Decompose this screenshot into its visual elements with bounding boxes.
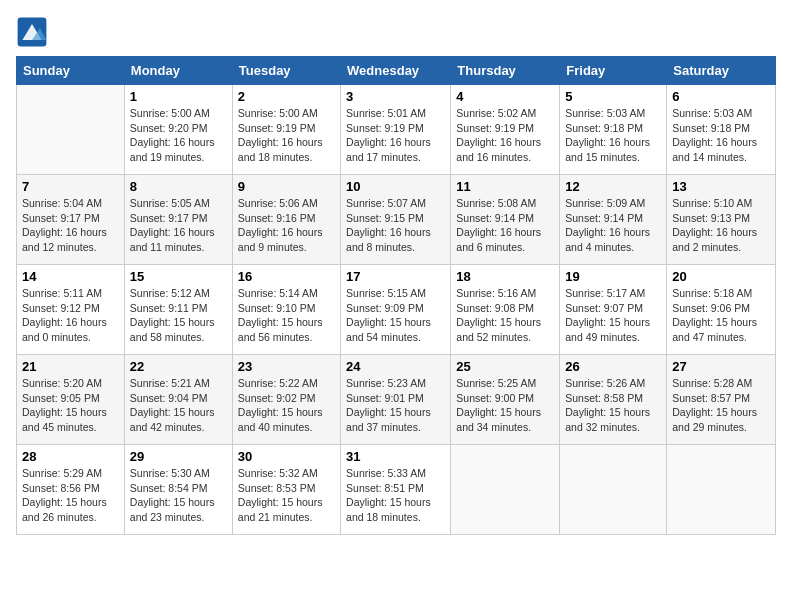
day-cell: 26Sunrise: 5:26 AM Sunset: 8:58 PM Dayli…	[560, 355, 667, 445]
day-info: Sunrise: 5:33 AM Sunset: 8:51 PM Dayligh…	[346, 466, 445, 525]
day-info: Sunrise: 5:25 AM Sunset: 9:00 PM Dayligh…	[456, 376, 554, 435]
day-info: Sunrise: 5:32 AM Sunset: 8:53 PM Dayligh…	[238, 466, 335, 525]
day-number: 30	[238, 449, 335, 464]
day-number: 3	[346, 89, 445, 104]
day-cell	[667, 445, 776, 535]
week-row-3: 14Sunrise: 5:11 AM Sunset: 9:12 PM Dayli…	[17, 265, 776, 355]
day-cell: 13Sunrise: 5:10 AM Sunset: 9:13 PM Dayli…	[667, 175, 776, 265]
day-info: Sunrise: 5:15 AM Sunset: 9:09 PM Dayligh…	[346, 286, 445, 345]
day-cell: 20Sunrise: 5:18 AM Sunset: 9:06 PM Dayli…	[667, 265, 776, 355]
col-header-monday: Monday	[124, 57, 232, 85]
day-info: Sunrise: 5:16 AM Sunset: 9:08 PM Dayligh…	[456, 286, 554, 345]
day-cell: 27Sunrise: 5:28 AM Sunset: 8:57 PM Dayli…	[667, 355, 776, 445]
day-number: 4	[456, 89, 554, 104]
day-cell: 1Sunrise: 5:00 AM Sunset: 9:20 PM Daylig…	[124, 85, 232, 175]
day-info: Sunrise: 5:03 AM Sunset: 9:18 PM Dayligh…	[672, 106, 770, 165]
day-number: 11	[456, 179, 554, 194]
day-number: 23	[238, 359, 335, 374]
day-number: 26	[565, 359, 661, 374]
day-cell: 3Sunrise: 5:01 AM Sunset: 9:19 PM Daylig…	[341, 85, 451, 175]
day-info: Sunrise: 5:09 AM Sunset: 9:14 PM Dayligh…	[565, 196, 661, 255]
day-number: 10	[346, 179, 445, 194]
day-cell: 24Sunrise: 5:23 AM Sunset: 9:01 PM Dayli…	[341, 355, 451, 445]
day-cell: 12Sunrise: 5:09 AM Sunset: 9:14 PM Dayli…	[560, 175, 667, 265]
week-row-2: 7Sunrise: 5:04 AM Sunset: 9:17 PM Daylig…	[17, 175, 776, 265]
col-header-friday: Friday	[560, 57, 667, 85]
day-info: Sunrise: 5:00 AM Sunset: 9:19 PM Dayligh…	[238, 106, 335, 165]
day-info: Sunrise: 5:22 AM Sunset: 9:02 PM Dayligh…	[238, 376, 335, 435]
day-cell: 7Sunrise: 5:04 AM Sunset: 9:17 PM Daylig…	[17, 175, 125, 265]
day-number: 28	[22, 449, 119, 464]
day-number: 2	[238, 89, 335, 104]
day-cell	[560, 445, 667, 535]
day-cell: 30Sunrise: 5:32 AM Sunset: 8:53 PM Dayli…	[232, 445, 340, 535]
day-info: Sunrise: 5:28 AM Sunset: 8:57 PM Dayligh…	[672, 376, 770, 435]
day-info: Sunrise: 5:03 AM Sunset: 9:18 PM Dayligh…	[565, 106, 661, 165]
day-number: 17	[346, 269, 445, 284]
day-cell: 2Sunrise: 5:00 AM Sunset: 9:19 PM Daylig…	[232, 85, 340, 175]
day-info: Sunrise: 5:10 AM Sunset: 9:13 PM Dayligh…	[672, 196, 770, 255]
day-info: Sunrise: 5:20 AM Sunset: 9:05 PM Dayligh…	[22, 376, 119, 435]
col-header-sunday: Sunday	[17, 57, 125, 85]
day-number: 18	[456, 269, 554, 284]
day-cell: 19Sunrise: 5:17 AM Sunset: 9:07 PM Dayli…	[560, 265, 667, 355]
day-number: 20	[672, 269, 770, 284]
day-number: 27	[672, 359, 770, 374]
day-cell: 15Sunrise: 5:12 AM Sunset: 9:11 PM Dayli…	[124, 265, 232, 355]
day-info: Sunrise: 5:29 AM Sunset: 8:56 PM Dayligh…	[22, 466, 119, 525]
day-cell	[451, 445, 560, 535]
day-info: Sunrise: 5:07 AM Sunset: 9:15 PM Dayligh…	[346, 196, 445, 255]
day-info: Sunrise: 5:21 AM Sunset: 9:04 PM Dayligh…	[130, 376, 227, 435]
day-info: Sunrise: 5:04 AM Sunset: 9:17 PM Dayligh…	[22, 196, 119, 255]
day-number: 29	[130, 449, 227, 464]
logo	[16, 16, 52, 48]
day-info: Sunrise: 5:17 AM Sunset: 9:07 PM Dayligh…	[565, 286, 661, 345]
day-cell: 21Sunrise: 5:20 AM Sunset: 9:05 PM Dayli…	[17, 355, 125, 445]
day-cell: 10Sunrise: 5:07 AM Sunset: 9:15 PM Dayli…	[341, 175, 451, 265]
day-cell: 9Sunrise: 5:06 AM Sunset: 9:16 PM Daylig…	[232, 175, 340, 265]
day-cell: 18Sunrise: 5:16 AM Sunset: 9:08 PM Dayli…	[451, 265, 560, 355]
day-number: 25	[456, 359, 554, 374]
day-number: 8	[130, 179, 227, 194]
day-info: Sunrise: 5:06 AM Sunset: 9:16 PM Dayligh…	[238, 196, 335, 255]
week-row-4: 21Sunrise: 5:20 AM Sunset: 9:05 PM Dayli…	[17, 355, 776, 445]
col-header-tuesday: Tuesday	[232, 57, 340, 85]
calendar-table: SundayMondayTuesdayWednesdayThursdayFrid…	[16, 56, 776, 535]
day-info: Sunrise: 5:18 AM Sunset: 9:06 PM Dayligh…	[672, 286, 770, 345]
day-cell: 29Sunrise: 5:30 AM Sunset: 8:54 PM Dayli…	[124, 445, 232, 535]
day-info: Sunrise: 5:30 AM Sunset: 8:54 PM Dayligh…	[130, 466, 227, 525]
day-cell: 22Sunrise: 5:21 AM Sunset: 9:04 PM Dayli…	[124, 355, 232, 445]
day-info: Sunrise: 5:11 AM Sunset: 9:12 PM Dayligh…	[22, 286, 119, 345]
day-info: Sunrise: 5:08 AM Sunset: 9:14 PM Dayligh…	[456, 196, 554, 255]
day-cell: 23Sunrise: 5:22 AM Sunset: 9:02 PM Dayli…	[232, 355, 340, 445]
day-cell: 31Sunrise: 5:33 AM Sunset: 8:51 PM Dayli…	[341, 445, 451, 535]
day-number: 6	[672, 89, 770, 104]
day-info: Sunrise: 5:26 AM Sunset: 8:58 PM Dayligh…	[565, 376, 661, 435]
day-info: Sunrise: 5:05 AM Sunset: 9:17 PM Dayligh…	[130, 196, 227, 255]
day-info: Sunrise: 5:12 AM Sunset: 9:11 PM Dayligh…	[130, 286, 227, 345]
col-header-saturday: Saturday	[667, 57, 776, 85]
day-cell: 4Sunrise: 5:02 AM Sunset: 9:19 PM Daylig…	[451, 85, 560, 175]
day-number: 5	[565, 89, 661, 104]
day-info: Sunrise: 5:14 AM Sunset: 9:10 PM Dayligh…	[238, 286, 335, 345]
day-number: 7	[22, 179, 119, 194]
col-header-wednesday: Wednesday	[341, 57, 451, 85]
day-cell	[17, 85, 125, 175]
day-cell: 28Sunrise: 5:29 AM Sunset: 8:56 PM Dayli…	[17, 445, 125, 535]
day-info: Sunrise: 5:02 AM Sunset: 9:19 PM Dayligh…	[456, 106, 554, 165]
page-header	[16, 16, 776, 48]
day-info: Sunrise: 5:00 AM Sunset: 9:20 PM Dayligh…	[130, 106, 227, 165]
week-row-5: 28Sunrise: 5:29 AM Sunset: 8:56 PM Dayli…	[17, 445, 776, 535]
day-cell: 17Sunrise: 5:15 AM Sunset: 9:09 PM Dayli…	[341, 265, 451, 355]
day-number: 1	[130, 89, 227, 104]
logo-icon	[16, 16, 48, 48]
day-cell: 8Sunrise: 5:05 AM Sunset: 9:17 PM Daylig…	[124, 175, 232, 265]
day-number: 9	[238, 179, 335, 194]
day-cell: 14Sunrise: 5:11 AM Sunset: 9:12 PM Dayli…	[17, 265, 125, 355]
day-number: 24	[346, 359, 445, 374]
day-cell: 16Sunrise: 5:14 AM Sunset: 9:10 PM Dayli…	[232, 265, 340, 355]
day-number: 14	[22, 269, 119, 284]
day-number: 31	[346, 449, 445, 464]
week-row-1: 1Sunrise: 5:00 AM Sunset: 9:20 PM Daylig…	[17, 85, 776, 175]
day-number: 21	[22, 359, 119, 374]
